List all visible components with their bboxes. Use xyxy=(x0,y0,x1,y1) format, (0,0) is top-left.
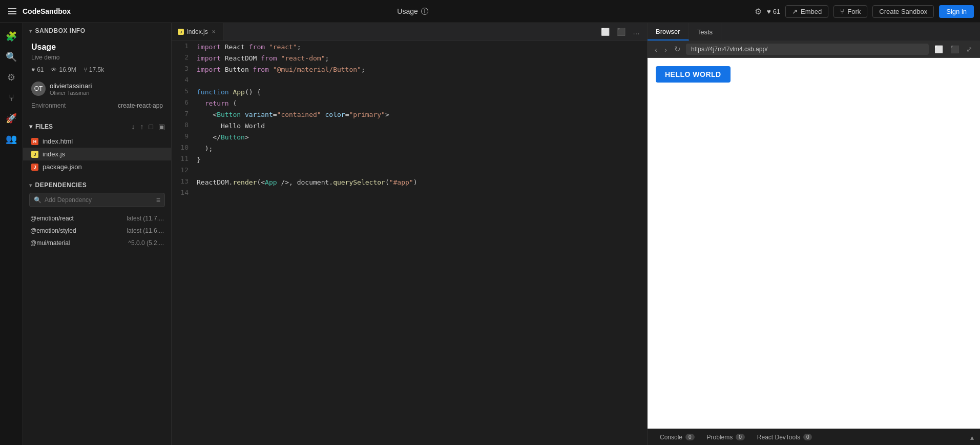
html-file-icon: H xyxy=(31,138,38,145)
main-area: 🧩 🔍 ⚙ ⑂ 🚀 👥 ▾ Sandbox Info Usage Live de… xyxy=(0,23,980,445)
file-name-index-html: index.html xyxy=(43,137,73,145)
dep-item-2[interactable]: @mui/material ^5.0.0 (5.2.... xyxy=(29,237,165,249)
editor-tab-index-js[interactable]: J index.js × xyxy=(172,23,223,41)
split-v-view-btn[interactable]: ⬛ xyxy=(948,44,962,55)
table-row: 7 <Button variant="contained" color="pri… xyxy=(172,109,647,120)
tab-tests[interactable]: Tests xyxy=(689,23,721,41)
create-sandbox-button[interactable]: Create Sandbox xyxy=(872,5,934,18)
sidebar-item-search[interactable]: 🔍 xyxy=(2,48,20,66)
environment-row: Environment create-react-app xyxy=(31,100,163,111)
left-panel: ▾ Sandbox Info Usage Live demo ♥ 61 👁 16… xyxy=(23,23,172,445)
sidebar-item-team[interactable]: 👥 xyxy=(2,130,20,148)
deps-chevron-icon: ▾ xyxy=(29,183,32,188)
forks-stat: ⑂ 17.5k xyxy=(84,66,104,73)
tab-react-devtools[interactable]: React DevTools 0 xyxy=(751,429,819,445)
topbar-left: CodeSandbox xyxy=(6,6,71,16)
settings-icon[interactable]: ⚙ xyxy=(755,7,762,16)
fork-icon: ⑂ xyxy=(840,8,844,15)
table-row: 6 return ( xyxy=(172,97,647,109)
files-chevron-icon: ▾ xyxy=(29,123,32,130)
dep-version-2: ^5.0.0 (5.2.... xyxy=(128,239,164,247)
info-icon[interactable]: i xyxy=(421,8,428,15)
file-list: H index.html J index.js J package.json xyxy=(23,135,171,177)
table-row: 5 function App() { xyxy=(172,86,647,97)
dependencies-body: 🔍 ≡ @emotion/react latest (11.7.... @emo… xyxy=(23,193,171,255)
split-h-view-btn[interactable]: ⬜ xyxy=(932,44,946,55)
tab-close-btn[interactable]: × xyxy=(211,28,217,35)
refresh-button[interactable]: ↻ xyxy=(672,44,683,55)
split-horizontal-btn[interactable]: ⬜ xyxy=(598,26,613,38)
table-row: 3 import Button from "@mui/material/Butt… xyxy=(172,64,647,75)
forward-button[interactable]: › xyxy=(662,44,669,55)
sandbox-info-title: Sandbox Info xyxy=(35,27,86,34)
file-item-index-js[interactable]: J index.js xyxy=(23,148,171,160)
browser-tabs: Browser Tests xyxy=(648,23,980,41)
devtools-badge: 0 xyxy=(803,434,812,440)
sandbox-title: Usage xyxy=(397,7,418,15)
menu-button[interactable] xyxy=(6,6,18,16)
browser-content: HELLO WORLD xyxy=(648,58,980,429)
editor-area: J index.js × ⬜ ⬛ … 1 import React from "… xyxy=(172,23,647,445)
dep-search-icon: 🔍 xyxy=(34,196,41,204)
sandbox-stats: ♥ 61 👁 16.9M ⑂ 17.5k xyxy=(31,66,163,73)
chevron-up-icon[interactable]: ▴ xyxy=(970,433,974,441)
author-row: OT oliviertassinari Olivier Tassinari xyxy=(31,79,163,100)
tab-label-index-js: index.js xyxy=(187,28,208,35)
dependencies-header[interactable]: ▾ Dependencies xyxy=(23,177,171,193)
author-display-name: Olivier Tassinari xyxy=(50,90,92,96)
sandbox-info-header[interactable]: ▾ Sandbox Info xyxy=(23,23,171,38)
table-row: 2 import ReactDOM from "react-dom"; xyxy=(172,52,647,64)
sidebar-item-git[interactable]: ⑂ xyxy=(2,89,20,107)
table-row: 10 ); xyxy=(172,143,647,154)
tab-browser[interactable]: Browser xyxy=(648,23,689,41)
file-item-index-html[interactable]: H index.html xyxy=(23,135,171,148)
tab-problems[interactable]: Problems 0 xyxy=(701,429,751,445)
devtools-label: React DevTools xyxy=(757,434,800,441)
fork-button[interactable]: ⑂ Fork xyxy=(833,5,867,18)
avatar: OT xyxy=(31,82,46,96)
json-file-icon: J xyxy=(31,164,38,171)
editor-tabs: J index.js × ⬜ ⬛ … xyxy=(172,23,647,41)
dep-search-container: 🔍 ≡ xyxy=(29,193,165,207)
table-row: 9 </Button> xyxy=(172,131,647,143)
topbar-center: Usage i xyxy=(75,7,750,15)
fullscreen-btn[interactable]: ⤢ xyxy=(964,44,975,55)
author-name: oliviertassinari xyxy=(50,82,92,90)
dep-item-0[interactable]: @emotion/react latest (11.7.... xyxy=(29,212,165,225)
tab-console[interactable]: Console 0 xyxy=(654,429,701,445)
embed-button[interactable]: ↗ Embed xyxy=(785,5,828,18)
bottom-bar: Console 0 Problems 0 React DevTools 0 ▴ xyxy=(648,429,980,445)
sign-in-button[interactable]: Sign in xyxy=(939,5,974,18)
dep-name-2: @mui/material xyxy=(30,239,70,247)
dep-version-0: latest (11.7.... xyxy=(127,215,164,222)
files-section-header: ▾ Files ↓ ↑ □ ▣ xyxy=(23,117,171,135)
hello-world-button[interactable]: HELLO WORLD xyxy=(656,66,731,83)
app-name: CodeSandbox xyxy=(23,7,71,15)
problems-label: Problems xyxy=(707,434,733,441)
browser-view-btns: ⬜ ⬛ ⤢ xyxy=(932,44,975,55)
back-button[interactable]: ‹ xyxy=(653,44,659,55)
views-stat: 👁 16.9M xyxy=(51,66,76,73)
sidebar-item-settings[interactable]: ⚙ xyxy=(2,68,20,87)
file-name-package-json: package.json xyxy=(43,163,82,171)
split-vertical-btn[interactable]: ⬛ xyxy=(614,26,629,38)
sidebar-item-deploy[interactable]: 🚀 xyxy=(2,109,20,128)
environment-label: Environment xyxy=(31,102,66,109)
sort-down-btn[interactable]: ↓ xyxy=(131,122,136,132)
dep-search-input[interactable] xyxy=(45,196,153,204)
sort-up-btn[interactable]: ↑ xyxy=(139,122,145,132)
table-row: 14 xyxy=(172,188,647,199)
files-header-title[interactable]: ▾ Files xyxy=(29,123,53,130)
table-row: 11 } xyxy=(172,154,647,165)
new-folder-btn[interactable]: ▣ xyxy=(157,122,166,132)
url-bar[interactable] xyxy=(686,44,929,55)
console-label: Console xyxy=(660,434,682,441)
new-file-btn[interactable]: □ xyxy=(148,122,154,132)
forks-stat-value: 17.5k xyxy=(89,66,104,73)
sidebar-item-info[interactable]: 🧩 xyxy=(2,27,20,46)
likes-stat: ♥ 61 xyxy=(31,66,44,73)
more-options-btn[interactable]: … xyxy=(630,26,643,38)
dep-list-btn[interactable]: ≡ xyxy=(156,196,160,204)
dep-item-1[interactable]: @emotion/styled latest (11.6.... xyxy=(29,225,165,237)
file-item-package-json[interactable]: J package.json xyxy=(23,160,171,173)
